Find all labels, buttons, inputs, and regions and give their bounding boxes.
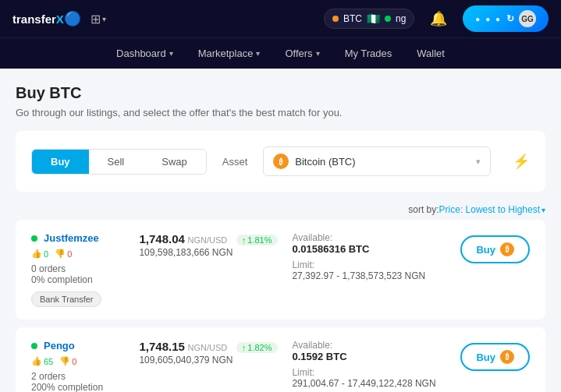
sort-chevron-icon: ▾ [541,206,545,214]
arrow-up-icon: ↑ [242,235,247,245]
price-value: 1,748.04 [139,232,184,245]
btc-buy-icon: ₿ [500,242,514,256]
nav-item-dashboard[interactable]: Dashboard ▾ [116,44,173,62]
available-label: Available: [292,340,448,351]
buy-button-wrap: Buy ₿ [460,340,530,371]
buy-button[interactable]: Buy ₿ [460,343,530,371]
nav-item-wallet[interactable]: Wallet [417,44,445,62]
buy-button-wrap: Buy ₿ [460,232,530,263]
filter-icon: ⚡ [513,154,530,169]
logo-icon: transferX🔵 [12,10,81,27]
price-change-badge: ↑ 1.82% [236,342,278,353]
thumbs-up-icon: 👍 [31,356,42,366]
limit-label: Limit: [292,367,448,378]
asset-name: Bitcoin (BTC) [295,156,470,168]
avatar: GG [519,10,536,27]
completion-rate: 200% completion [31,382,126,392]
price-value: 1,748.15 [139,340,184,353]
listings-container: Justfemzee 👍 0 👎 0 0 orders 0% completio… [16,220,545,392]
listing-card: Justfemzee 👍 0 👎 0 0 orders 0% completio… [16,220,545,320]
rating-up: 👍 65 [31,356,53,366]
price-ngn: 109,605,040,379 NGN [139,355,279,366]
header: transferX🔵 ⊞ ▾ BTC 🇳🇬 ng 🔔 ● ● ● ↻ GG Da… [0,0,561,69]
available-value: 0.1592 BTC [292,351,448,362]
btc-icon: ₿ [273,154,289,169]
price-change-badge: ↑ 1.81% [236,235,278,245]
nav-item-my-trades[interactable]: My Trades [345,44,392,62]
notifications-button[interactable]: 🔔 [430,10,447,27]
buy-button[interactable]: Buy ₿ [460,235,530,263]
main-nav: Dashboard ▾ Marketplace ▾ Offers ▾ My Tr… [0,37,561,69]
nav-item-offers[interactable]: Offers ▾ [285,44,319,62]
sort-link[interactable]: Price: Lowest to Highest ▾ [439,204,545,215]
listing-price: 1,748.04 NGN/USD ↑ 1.81% 109,598,183,666… [139,232,279,258]
price-unit: NGN/USD [187,235,227,245]
progress-dots: ● ● ● [475,15,502,23]
thumbs-down-icon: 👎 [55,249,66,259]
sort-label: Price: Lowest to Highest [439,204,540,215]
ngn-label: ng [396,13,406,24]
price-ngn: 109,598,183,666 NGN [139,247,279,258]
currency-badge: BTC 🇳🇬 ng [324,9,414,29]
btc-dot-icon [332,16,339,22]
nav-item-marketplace[interactable]: Marketplace ▾ [198,44,261,62]
listing-left: Pengo 👍 65 👎 0 2 orders 200% completion … [31,340,126,392]
rating-up: 👍 0 [31,249,48,259]
limit-value: 291,004.67 - 17,449,122,428 NGN [292,378,448,389]
page-subtitle: Go through our listings, and select the … [16,107,545,118]
asset-chevron-icon: ▾ [476,157,481,167]
page-content: Buy BTC Go through our listings, and sel… [0,69,561,392]
completion-rate: 0% completion [31,274,126,285]
price-unit: NGN/USD [187,343,227,352]
rating-down: 👎 0 [55,249,72,259]
buy-sell-swap-toggle: Buy Sell Swap [31,149,207,175]
asset-selector[interactable]: ₿ Bitcoin (BTC) ▾ [263,147,491,176]
buy-tab[interactable]: Buy [32,150,89,174]
ngn-dot-icon [385,16,391,22]
listing-availability: Available: 0.1592 BTC Limit: 291,004.67 … [292,340,448,389]
listing-card: Pengo 👍 65 👎 0 2 orders 200% completion … [16,327,545,392]
bell-icon: 🔔 [430,11,447,26]
sell-tab[interactable]: Sell [89,150,144,174]
listing-availability: Available: 0.01586316 BTC Limit: 27,392.… [292,232,448,281]
filter-section: Buy Sell Swap Asset ₿ Bitcoin (BTC) ▾ ⚡ [16,131,545,192]
page-title: Buy BTC [16,84,545,102]
online-indicator [31,343,37,349]
orders-count: 2 orders [31,371,126,382]
offers-chevron-icon: ▾ [316,49,320,58]
limit-label: Limit: [292,260,448,270]
user-profile-button[interactable]: ● ● ● ↻ GG [463,5,549,32]
listing-price: 1,748.15 NGN/USD ↑ 1.82% 109,605,040,379… [139,340,279,366]
seller-row: Pengo [31,340,126,351]
btc-label: BTC [343,13,362,24]
ngn-flag-icon: 🇳🇬 [367,12,380,25]
marketplace-chevron-icon: ▾ [256,49,260,58]
seller-name[interactable]: Justfemzee [44,232,99,244]
logo: transferX🔵 [12,10,81,27]
thumbs-up-icon: 👍 [31,249,42,259]
available-label: Available: [292,232,448,243]
payment-method-badge[interactable]: Bank Transfer [31,291,101,307]
grid-icon: ⊞ [91,12,101,26]
listing-left: Justfemzee 👍 0 👎 0 0 orders 0% completio… [31,232,126,307]
rating-row: 👍 0 👎 0 [31,249,126,259]
filter-button[interactable]: ⚡ [513,153,530,170]
rating-down: 👎 0 [59,356,76,366]
seller-name[interactable]: Pengo [44,340,75,351]
dashboard-chevron-icon: ▾ [169,49,173,58]
limit-value: 27,392.97 - 1,738,573,523 NGN [292,270,448,281]
seller-row: Justfemzee [31,232,126,244]
asset-label: Asset [222,156,248,168]
grid-menu-button[interactable]: ⊞ ▾ [91,12,106,26]
swap-tab[interactable]: Swap [143,150,206,174]
buy-label: Buy [476,244,495,256]
buy-label: Buy [476,351,495,363]
grid-chevron-icon: ▾ [102,15,106,23]
rating-row: 👍 65 👎 0 [31,356,126,366]
sort-bar: sort by: Price: Lowest to Highest ▾ [16,198,545,220]
btc-buy-icon: ₿ [500,350,514,364]
online-indicator [31,235,37,242]
arrow-up-icon: ↑ [242,343,247,352]
available-value: 0.01586316 BTC [292,243,448,255]
refresh-icon: ↻ [506,13,514,24]
